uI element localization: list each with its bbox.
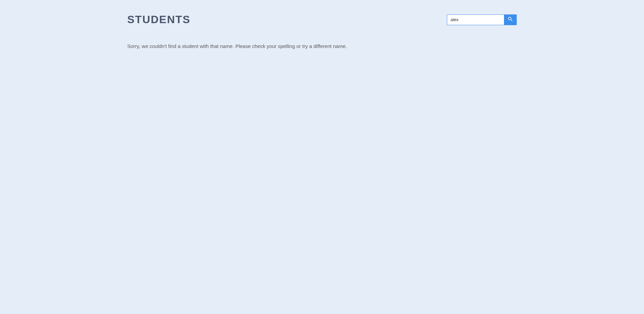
- search-icon: [507, 16, 513, 23]
- search-container: [447, 14, 517, 25]
- page-title: STUDENTS: [127, 13, 190, 26]
- search-button[interactable]: [504, 14, 517, 25]
- search-input[interactable]: [447, 14, 504, 25]
- not-found-message: Sorry, we couldn't find a student with t…: [127, 43, 517, 50]
- header: STUDENTS: [127, 13, 517, 26]
- main-container: STUDENTS Sorry, we couldn't find a stude…: [121, 0, 523, 64]
